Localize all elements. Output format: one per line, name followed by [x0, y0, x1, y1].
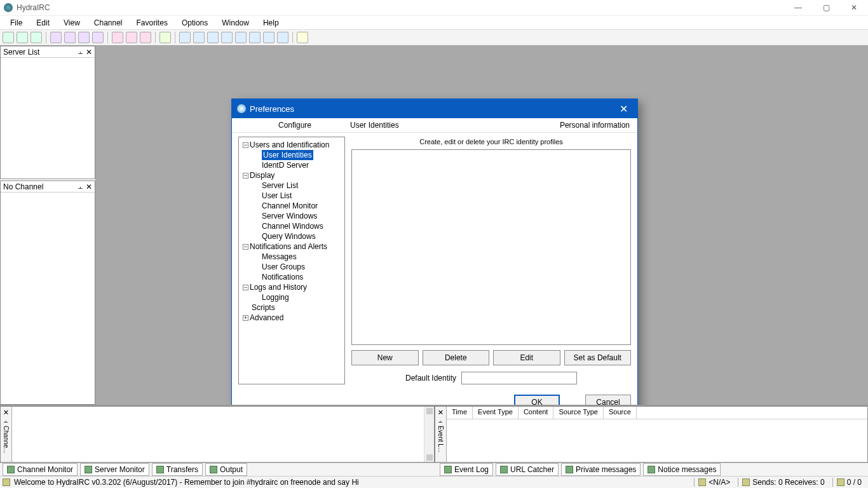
toolbar-icon[interactable]: [221, 32, 233, 43]
tab-url-catcher[interactable]: URL Catcher: [496, 463, 559, 476]
header-configure: Configure: [240, 121, 350, 130]
menubar: File Edit View Channel Favorites Options…: [0, 15, 868, 29]
collapse-icon[interactable]: −: [243, 285, 248, 290]
collapse-icon[interactable]: −: [243, 244, 248, 250]
tab-notice-messages[interactable]: Notice messages: [643, 463, 721, 476]
maximize-button[interactable]: ▢: [812, 0, 840, 15]
toolbar-icon[interactable]: [159, 32, 171, 43]
toolbar-icon[interactable]: [277, 32, 288, 43]
close-icon[interactable]: ✕: [86, 48, 92, 57]
tab-server-monitor[interactable]: Server Monitor: [80, 463, 149, 476]
transfer-icon: [742, 478, 750, 486]
toolbar-icon[interactable]: [92, 32, 104, 43]
tab-event-log[interactable]: Event Log: [440, 463, 493, 476]
tree-advanced[interactable]: Advanced: [250, 313, 283, 322]
tab-output[interactable]: Output: [205, 463, 247, 476]
close-icon[interactable]: ✕: [3, 407, 8, 417]
col-source-type[interactable]: Source Type: [553, 407, 604, 419]
menu-favorites[interactable]: Favorites: [130, 17, 174, 29]
tree-messages[interactable]: Messages: [262, 252, 297, 261]
toolbar-icon[interactable]: [50, 32, 62, 43]
preferences-tree[interactable]: −Users and Identification User Identitie…: [238, 137, 345, 384]
edit-button[interactable]: Edit: [493, 350, 560, 365]
toolbar-icon[interactable]: [263, 32, 275, 43]
toolbar-icon[interactable]: [3, 32, 14, 43]
pin-icon[interactable]: ⫠: [3, 417, 10, 424]
menu-view[interactable]: View: [57, 17, 86, 29]
col-event-type[interactable]: Event Type: [473, 407, 519, 419]
col-content[interactable]: Content: [519, 407, 554, 419]
toolbar-icon[interactable]: [17, 32, 28, 43]
tab-private-messages[interactable]: Private messages: [561, 463, 641, 476]
tree-user-identities[interactable]: User Identities: [262, 150, 313, 160]
menu-file[interactable]: File: [4, 17, 29, 29]
collapse-icon[interactable]: −: [243, 142, 248, 148]
dialog-close-button[interactable]: ✕: [614, 103, 632, 115]
tree-query-windows[interactable]: Query Windows: [262, 232, 316, 241]
pin-icon[interactable]: ⫠: [437, 417, 444, 424]
server-list-body[interactable]: [1, 58, 95, 179]
no-channel-title: No Channel: [3, 182, 43, 191]
toolbar-icon[interactable]: [249, 32, 261, 43]
tree-channel-monitor[interactable]: Channel Monitor: [262, 201, 318, 210]
tree-notifications[interactable]: Notifications and Alerts: [250, 242, 327, 251]
default-identity-field[interactable]: [461, 372, 577, 384]
tab-icon: [500, 466, 508, 473]
expand-icon[interactable]: +: [243, 315, 248, 321]
delete-button[interactable]: Delete: [423, 350, 490, 365]
menu-window[interactable]: Window: [215, 17, 255, 29]
tree-server-windows[interactable]: Server Windows: [262, 212, 317, 220]
toolbar-separator: [107, 32, 108, 43]
toolbar-icon[interactable]: [297, 32, 308, 43]
tree-user-list[interactable]: User List: [262, 191, 292, 200]
toolbar-icon[interactable]: [235, 32, 247, 43]
toolbar-icon[interactable]: [126, 32, 137, 43]
tab-transfers[interactable]: Transfers: [152, 463, 203, 476]
channel-monitor-content[interactable]: [12, 407, 434, 462]
minimize-button[interactable]: —: [784, 0, 812, 15]
tree-user-groups[interactable]: User Groups: [262, 262, 305, 271]
menu-options[interactable]: Options: [175, 17, 214, 29]
tree-server-list[interactable]: Server List: [262, 181, 298, 190]
tree-scripts[interactable]: Scripts: [252, 303, 275, 312]
tree-channel-windows[interactable]: Channel Windows: [262, 222, 323, 231]
tree-logging[interactable]: Logging: [262, 293, 289, 302]
toolbar-icon[interactable]: [140, 32, 151, 43]
toolbar-icon[interactable]: [179, 32, 191, 43]
toolbar-icon[interactable]: [112, 32, 123, 43]
menu-help[interactable]: Help: [257, 17, 285, 29]
pin-icon[interactable]: ⫠: [77, 182, 85, 191]
toolbar-icon[interactable]: [31, 32, 42, 43]
close-icon[interactable]: ✕: [438, 407, 443, 417]
tree-notifications-leaf[interactable]: Notifications: [262, 273, 303, 281]
tab-channel-monitor[interactable]: Channel Monitor: [3, 463, 78, 476]
set-default-button[interactable]: Set as Default: [564, 350, 632, 365]
close-button[interactable]: ✕: [840, 0, 868, 15]
identity-listbox[interactable]: [351, 149, 631, 345]
toolbar-icon[interactable]: [64, 32, 76, 43]
dialog-titlebar[interactable]: Preferences ✕: [232, 99, 637, 118]
pin-icon[interactable]: ⫠: [77, 48, 85, 57]
people-icon: [698, 478, 706, 486]
menu-channel[interactable]: Channel: [88, 17, 129, 29]
dialog-title: Preferences: [250, 104, 614, 114]
menu-edit[interactable]: Edit: [30, 17, 56, 29]
tree-display[interactable]: Display: [250, 171, 275, 180]
tree-identd-server[interactable]: IdentD Server: [262, 161, 309, 170]
toolbar-icon[interactable]: [193, 32, 205, 43]
close-icon[interactable]: ✕: [86, 182, 92, 191]
col-source[interactable]: Source: [604, 407, 637, 419]
toolbar-icon[interactable]: [78, 32, 90, 43]
header-subsection: Personal information: [560, 121, 630, 130]
scrollbar[interactable]: [424, 407, 434, 462]
tab-icon: [156, 466, 164, 473]
col-time[interactable]: Time: [447, 407, 473, 419]
tree-logs[interactable]: Logs and History: [250, 283, 307, 292]
event-log-columns[interactable]: Time Event Type Content Source Type Sour…: [447, 407, 867, 419]
no-channel-body[interactable]: [1, 193, 95, 404]
header-section: User Identities: [350, 121, 560, 130]
collapse-icon[interactable]: −: [243, 173, 248, 179]
new-button[interactable]: New: [351, 350, 419, 365]
tree-users-and-identification[interactable]: Users and Identification: [250, 140, 329, 149]
toolbar-icon[interactable]: [207, 32, 219, 43]
